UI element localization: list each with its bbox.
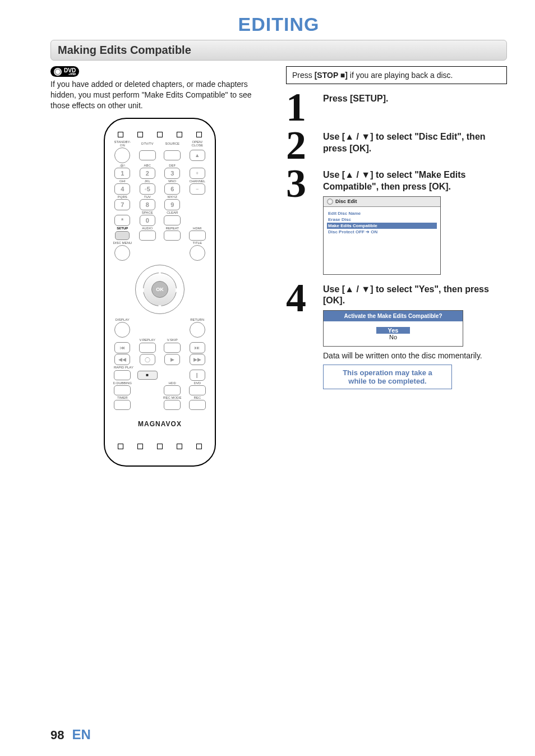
dialog-option: No <box>329 334 457 340</box>
key-8[interactable]: 8 <box>140 199 155 210</box>
page-footer: 98 EN <box>50 727 91 743</box>
stop-button[interactable]: ■ <box>137 371 158 380</box>
operation-note-box: This operation may take awhile to be com… <box>323 365 452 389</box>
key-2[interactable]: 2 <box>140 168 155 179</box>
title-button[interactable] <box>190 245 205 261</box>
brand-label: MAGNAVOX <box>110 420 209 428</box>
dtvtv-button[interactable] <box>139 150 156 160</box>
hdmi-button[interactable] <box>189 231 206 241</box>
return-button[interactable] <box>190 322 205 338</box>
section-title: Making Edits Compatible <box>58 44 500 57</box>
hdd-button[interactable] <box>164 385 181 395</box>
rec-button[interactable] <box>189 400 206 410</box>
vreplay-button[interactable] <box>139 343 156 353</box>
key-9[interactable]: 9 <box>164 199 180 210</box>
key-1[interactable]: 1 <box>114 168 130 179</box>
pause-button[interactable]: ‖ <box>190 370 205 381</box>
ddubbing-button[interactable] <box>114 385 131 395</box>
step-4: 4 Use [▲ / ▼] to select "Yes", then pres… <box>286 283 507 390</box>
menu-item: Disc Protect OFF ➔ ON <box>327 229 437 235</box>
nav-up-icon[interactable]: ▲ <box>157 269 163 275</box>
menu-item: Make Edits Compatible <box>327 223 437 229</box>
confirm-dialog-screenshot: Activate the Make Edits Compatible? YesN… <box>323 310 463 347</box>
page-title: EDITING <box>50 13 507 35</box>
standby-button[interactable] <box>114 147 130 163</box>
step-3: 3 Use [▲ / ▼] to select "Make Edits Comp… <box>286 168 507 275</box>
key-6[interactable]: 6 <box>164 183 180 195</box>
step-2: 2 Use [▲ / ▼] to select "Disc Edit", the… <box>286 130 507 160</box>
prev-track-button[interactable]: ⏮ <box>114 342 130 353</box>
channel-up-button[interactable]: + <box>190 168 205 179</box>
audio-button[interactable] <box>139 231 156 241</box>
stop-callout: Press [STOP ■] if you are playing back a… <box>286 66 507 84</box>
key-7[interactable]: 7 <box>114 199 130 210</box>
vskip-button[interactable] <box>164 343 181 353</box>
record-dot-button[interactable]: ◯ <box>140 354 155 365</box>
intro-paragraph: If you have added or deleted chapters, o… <box>50 79 269 111</box>
ok-button[interactable]: OK <box>151 281 168 298</box>
menu-item: Edit Disc Name <box>327 210 437 216</box>
open-close-button[interactable]: ▲ <box>190 150 205 161</box>
disc-icon <box>54 68 62 76</box>
menu-item: Erase Disc <box>327 216 437 223</box>
next-track-button[interactable]: ⏭ <box>190 342 205 353</box>
nav-pad[interactable]: OK ▲ ▼ ◀ ▶ <box>132 261 188 317</box>
remote-control-illustration: STANDBY-ON DTV/TV SOURCE OPEN/ CLOSE ▲ .… <box>104 118 216 467</box>
page-number: 98 <box>50 728 64 743</box>
step-1: 1 Press [SETUP]. <box>286 92 507 122</box>
dialog-option: Yes <box>376 327 410 334</box>
after-dialog-text: Data will be written onto the disc momen… <box>323 351 507 360</box>
disc-icon <box>327 199 333 205</box>
nav-right-icon[interactable]: ▶ <box>176 286 180 292</box>
disc-edit-menu-screenshot: Disc Edit Edit Disc NameErase DiscMake E… <box>323 196 441 275</box>
key-4[interactable]: 4 <box>114 183 130 195</box>
key-3[interactable]: 3 <box>164 168 180 179</box>
nav-down-icon[interactable]: ▼ <box>157 303 163 310</box>
rapid-play-button[interactable] <box>114 370 131 380</box>
disc-menu-button[interactable] <box>114 245 130 261</box>
display-button[interactable] <box>114 322 130 338</box>
recmode-button[interactable] <box>164 400 181 410</box>
clear-button[interactable] <box>164 215 181 225</box>
nav-left-icon[interactable]: ◀ <box>140 286 144 292</box>
dvd-rw-badge: DVD+RW <box>50 66 79 77</box>
rewind-button[interactable]: ◀◀ <box>114 354 130 365</box>
key-0[interactable]: 0 <box>140 215 155 226</box>
repeat-button[interactable] <box>164 231 181 241</box>
fastforward-button[interactable]: ▶▶ <box>190 354 205 365</box>
play-button[interactable]: ▶ <box>164 354 180 365</box>
source-button[interactable] <box>164 150 181 160</box>
key-star[interactable]: * <box>114 215 130 226</box>
section-heading-bar: Making Edits Compatible <box>50 40 507 61</box>
language-code: EN <box>72 727 90 743</box>
dvd-button[interactable] <box>189 385 206 395</box>
setup-button[interactable] <box>115 231 130 240</box>
channel-down-button[interactable]: − <box>190 183 205 195</box>
key-5[interactable]: ◦5 <box>140 183 155 195</box>
timer-button[interactable] <box>114 400 131 410</box>
